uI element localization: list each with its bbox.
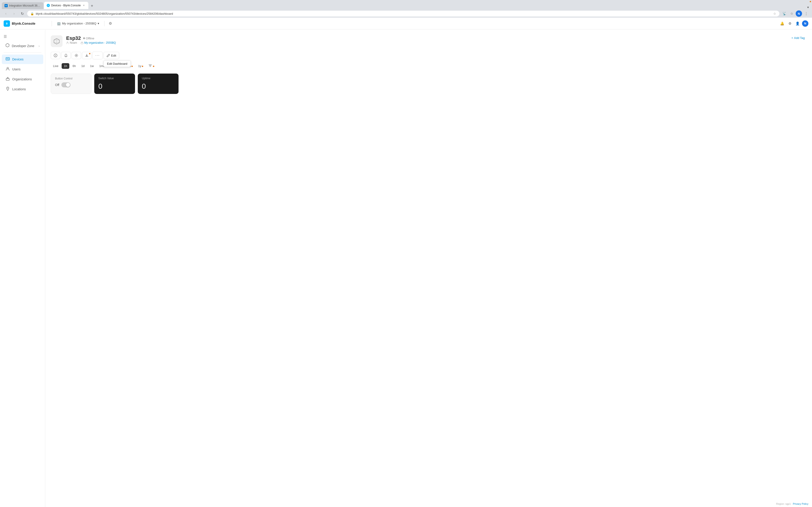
back-button[interactable]: ‹ xyxy=(3,10,9,17)
switch-value-widget: Switch Value 0 xyxy=(94,73,135,94)
time-btn-6h[interactable]: 6h xyxy=(70,63,78,69)
uptime-value: 0 xyxy=(142,82,174,91)
cast-icon[interactable]: 📡 xyxy=(781,10,788,17)
blynk-logo-icon: B xyxy=(4,20,10,27)
locations-icon xyxy=(5,87,10,92)
bookmark-icon[interactable]: ☆ xyxy=(789,10,795,17)
privacy-policy-link[interactable]: Privacy Policy xyxy=(793,502,808,505)
svg-rect-7 xyxy=(6,78,9,80)
svg-rect-5 xyxy=(7,59,7,60)
tab-blynk[interactable]: B Devices - Blynk.Console × xyxy=(44,2,88,9)
org-icon: 🏢 xyxy=(57,22,61,25)
url-bar[interactable]: 🔒 blynk.cloud/dashboard/550743/global/de… xyxy=(27,11,779,16)
time-btn-1y[interactable]: 1y xyxy=(136,63,145,69)
download-dot xyxy=(89,53,90,54)
svg-point-10 xyxy=(7,88,8,89)
button-control-widget: Button Control Off xyxy=(51,73,92,94)
svg-text:B: B xyxy=(6,22,7,25)
more-dots-icon: ··· xyxy=(95,53,100,57)
info-button[interactable]: i xyxy=(51,52,60,59)
svg-rect-2 xyxy=(6,57,9,60)
device-cube-icon xyxy=(53,38,60,45)
gear-icon xyxy=(74,54,78,57)
alerts-button[interactable] xyxy=(61,52,71,59)
svg-rect-4 xyxy=(8,58,9,60)
sidebar-item-locations[interactable]: Locations xyxy=(2,84,43,94)
app-header: B Blynk.Console 🏢 My organization - 2555… xyxy=(0,18,812,30)
device-title-row: Esp32 Offline xyxy=(66,35,116,41)
svg-rect-9 xyxy=(7,77,8,78)
url-text: blynk.cloud/dashboard/550743/global/devi… xyxy=(36,12,771,15)
edit-button[interactable]: Edit xyxy=(104,52,119,59)
device-status: Offline xyxy=(83,37,94,40)
time-btn-1d[interactable]: 1d xyxy=(79,63,87,69)
download-button[interactable] xyxy=(82,52,92,59)
toggle-switch[interactable] xyxy=(61,82,70,88)
sidebar-item-locations-label: Locations xyxy=(12,88,26,91)
refresh-button[interactable]: ↻ xyxy=(19,10,26,17)
hexagon-icon xyxy=(5,43,9,47)
region-label: Region: sgp1 xyxy=(776,502,791,505)
status-label: Offline xyxy=(86,37,94,40)
forward-button[interactable]: › xyxy=(11,10,17,17)
svg-text:i: i xyxy=(55,54,56,57)
developer-zone-label: Developer Zone xyxy=(12,44,35,48)
org-name: My organization - 2555BQ xyxy=(62,22,96,25)
tab-ms365[interactable]: M Integration Microsoft 365 Em... xyxy=(2,2,44,9)
header-settings-button[interactable]: ⚙ xyxy=(107,20,113,27)
sidebar-item-organizations[interactable]: Organizations xyxy=(2,74,43,84)
time-btn-1h[interactable]: 1h xyxy=(62,63,69,69)
sidebar-item-users[interactable]: Users xyxy=(2,64,43,74)
uptime-widget: Uptime 0 xyxy=(138,73,179,94)
device-icon xyxy=(51,35,62,47)
sidebar-hamburger-button[interactable]: ☰ xyxy=(0,33,45,41)
profile-button[interactable]: N xyxy=(796,10,802,17)
organizations-icon xyxy=(5,77,10,82)
time-btn-live[interactable]: Live xyxy=(51,63,61,69)
device-owner: Noam xyxy=(66,41,77,44)
tab-ms365-label: Integration Microsoft 365 Em... xyxy=(9,4,41,7)
browser-menu-button[interactable]: ⋮ xyxy=(803,10,809,17)
user-avatar[interactable]: N xyxy=(802,20,808,27)
tab-close-button[interactable]: × xyxy=(82,4,86,7)
download-icon xyxy=(85,54,89,57)
sidebar-item-users-label: Users xyxy=(12,67,20,71)
more-button[interactable]: ··· xyxy=(92,52,103,59)
footer: Region: sgp1 Privacy Policy xyxy=(776,502,808,505)
org-link[interactable]: My organization - 2555BQ xyxy=(84,41,116,44)
time-btn-custom[interactable] xyxy=(146,63,157,69)
device-name: Esp32 xyxy=(66,35,81,41)
1y-dot xyxy=(142,66,143,67)
org-selector[interactable]: 🏢 My organization - 2555BQ ▾ xyxy=(55,21,101,26)
header-user-button[interactable]: 👤 xyxy=(794,20,801,27)
tab-bar: M Integration Microsoft 365 Em... B Devi… xyxy=(0,0,812,9)
org-small-icon xyxy=(81,42,83,44)
custom-dot xyxy=(153,66,154,67)
time-btn-1w[interactable]: 1w xyxy=(88,63,96,69)
6mo-dot xyxy=(132,66,133,67)
header-gear-button[interactable]: ⚙ xyxy=(786,20,793,27)
edit-dashboard-tooltip: Edit Dashboard xyxy=(104,60,131,67)
users-svg-icon xyxy=(6,67,10,71)
widgets-area: Button Control Off Switch Value 0 Uptime… xyxy=(51,73,807,94)
org-svg-icon xyxy=(6,77,10,81)
tab-overflow-button[interactable]: ▾ xyxy=(806,5,810,9)
bookmark-star-icon[interactable]: ☆ xyxy=(773,12,776,15)
developer-zone-chevron: › xyxy=(39,44,40,48)
new-tab-button[interactable]: + xyxy=(89,3,95,9)
sidebar-item-developer-zone[interactable]: Developer Zone › xyxy=(2,41,43,51)
locations-svg-icon xyxy=(6,87,10,91)
device-settings-button[interactable] xyxy=(71,52,81,59)
header-divider xyxy=(52,21,52,26)
bell-icon xyxy=(64,54,68,57)
add-tag-button[interactable]: + Add Tag xyxy=(790,35,807,41)
button-control-area: Off xyxy=(55,82,87,88)
uptime-title: Uptime xyxy=(142,77,174,80)
notifications-button[interactable]: 🔔 xyxy=(779,20,785,27)
svg-rect-12 xyxy=(81,43,83,44)
header-right: 🔔 ⚙ 👤 N xyxy=(779,20,808,27)
svg-rect-8 xyxy=(7,78,8,78)
devices-icon xyxy=(5,57,10,62)
sidebar-item-devices[interactable]: Devices xyxy=(2,55,43,64)
sidebar: ☰ Developer Zone › Devices xyxy=(0,30,45,507)
